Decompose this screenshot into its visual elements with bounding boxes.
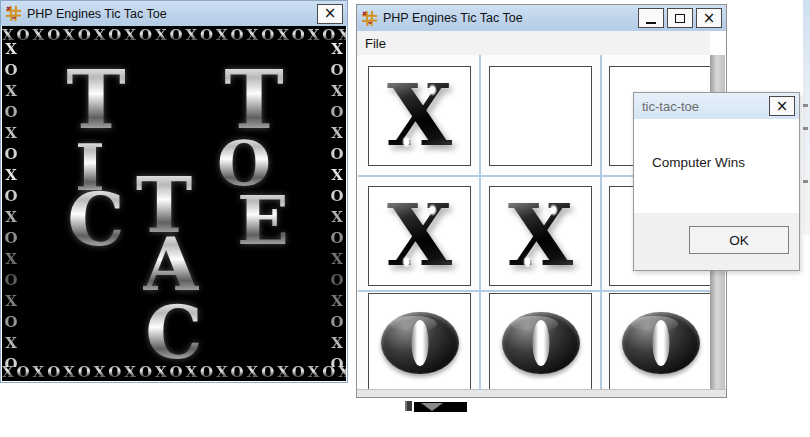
- dialog-footer: OK: [634, 213, 799, 270]
- xo-border-left: XOXOXOXOXOXOXOXOXOXO: [2, 40, 20, 367]
- close-button[interactable]: ×: [696, 8, 722, 28]
- minimize-icon: [646, 22, 656, 24]
- grid-line-vertical: [600, 55, 602, 389]
- o-piece: [369, 294, 470, 392]
- splash-letter: T: [66, 60, 126, 140]
- background-window-fragment: [414, 402, 467, 412]
- background-window-edge: [803, 0, 810, 235]
- x-piece: X: [490, 187, 591, 285]
- window-bottom-border: [357, 389, 726, 397]
- minimize-button[interactable]: [638, 8, 664, 28]
- splash-letter: E: [237, 186, 289, 254]
- background-window-mark: [803, 104, 808, 107]
- dialog-message: Computer Wins: [652, 155, 745, 170]
- dialog-titlebar[interactable]: tic-tac-toe ×: [634, 93, 799, 119]
- x-piece: X: [369, 187, 470, 285]
- splash-close-button[interactable]: ×: [317, 4, 343, 24]
- maximize-button[interactable]: [667, 8, 693, 28]
- background-window-mark: [803, 180, 808, 183]
- menu-file[interactable]: File: [357, 36, 394, 51]
- maximize-icon: [675, 14, 685, 23]
- close-icon: ×: [703, 11, 716, 26]
- o-piece: [490, 294, 591, 392]
- dialog-close-button[interactable]: ×: [769, 96, 795, 116]
- splash-letter: C: [67, 184, 124, 256]
- board-cell[interactable]: [489, 66, 592, 166]
- app-tic-tac-toe-grid-icon: [5, 5, 22, 22]
- grid-line-horizontal: [358, 290, 710, 292]
- board-cell[interactable]: [489, 293, 592, 393]
- close-icon: ×: [776, 99, 789, 114]
- splash-image: XOXOXOXOXOXOXOXOXOXOXOXO XOXOXOXOXOXOXOX…: [2, 26, 346, 381]
- board-cell[interactable]: X: [489, 186, 592, 286]
- splash-window: PHP Engines Tic Tac Toe × XOXOXOXOXOXOXO…: [0, 0, 348, 383]
- background-window-mark: [803, 127, 808, 130]
- ok-button[interactable]: OK: [689, 226, 789, 254]
- close-icon: ×: [324, 6, 337, 21]
- app-tic-tac-toe-grid-icon: [361, 10, 378, 27]
- splash-window-title: PHP Engines Tic Tac Toe: [27, 7, 167, 21]
- board-cell[interactable]: X: [368, 66, 471, 166]
- xo-border-top: XOXOXOXOXOXOXOXOXOXOXOXO: [2, 26, 346, 44]
- game-window-title: PHP Engines Tic Tac Toe: [383, 11, 523, 25]
- background-fragment-icon: [405, 401, 412, 411]
- result-dialog: tic-tac-toe × Computer Wins OK: [633, 92, 800, 271]
- board-cell[interactable]: X: [368, 186, 471, 286]
- grid-line-vertical: [479, 55, 481, 389]
- menu-bar: File: [357, 31, 710, 56]
- board-cell[interactable]: [368, 293, 471, 393]
- xo-border-right: XOXOXOXOXOXOXOXOXOXO: [328, 40, 346, 367]
- background-fragment-shape: [421, 403, 443, 411]
- o-piece: [610, 294, 711, 392]
- board-cell[interactable]: [609, 293, 712, 393]
- splash-letter: C: [145, 297, 202, 369]
- game-window-titlebar[interactable]: PHP Engines Tic Tac Toe ×: [357, 5, 726, 31]
- x-piece: X: [369, 67, 470, 165]
- dialog-title: tic-tac-toe: [642, 99, 699, 114]
- splash-window-titlebar[interactable]: PHP Engines Tic Tac Toe ×: [1, 1, 347, 26]
- dialog-body: Computer Wins: [634, 119, 799, 213]
- desktop: PHP Engines Tic Tac Toe × XOXOXOXOXOXOXO…: [0, 0, 810, 437]
